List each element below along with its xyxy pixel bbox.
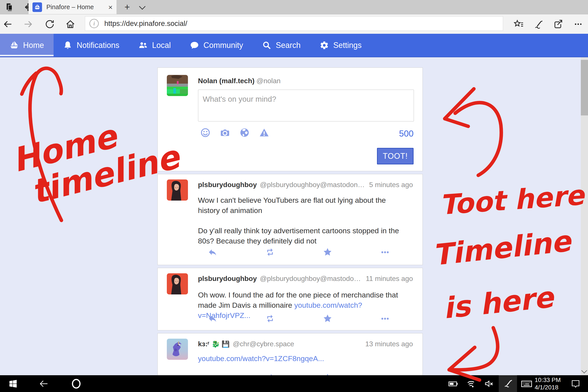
start-button[interactable] bbox=[6, 375, 20, 392]
wifi-status[interactable] bbox=[464, 375, 479, 392]
clock-date: 4/1/2018 bbox=[535, 384, 561, 391]
compose-handle: @nolan bbox=[256, 77, 280, 85]
share-button[interactable] bbox=[550, 14, 566, 34]
compose-input[interactable] bbox=[198, 90, 414, 122]
set-tabs-aside-icon bbox=[4, 2, 14, 12]
post-handle[interactable]: @chr@cybre.space bbox=[233, 340, 362, 348]
wifi-icon bbox=[466, 379, 476, 389]
compose-card: Nolan (malf.tech) @nolan 500 TOOT! bbox=[158, 68, 423, 171]
set-tabs-aside-button[interactable] bbox=[0, 0, 19, 14]
gear-icon bbox=[320, 41, 329, 50]
post-timestamp[interactable]: 11 minutes ago bbox=[366, 274, 413, 283]
address-bar[interactable]: i https://dev.pinafore.social/ bbox=[85, 16, 503, 31]
nav-label-home: Home bbox=[23, 41, 44, 50]
url-text[interactable]: https://dev.pinafore.social/ bbox=[104, 20, 187, 28]
more-options-icon[interactable] bbox=[380, 373, 390, 375]
action-center-button[interactable] bbox=[568, 375, 583, 392]
post-timestamp[interactable]: 13 minutes ago bbox=[365, 340, 413, 348]
post-timestamp[interactable]: 5 minutes ago bbox=[369, 181, 413, 189]
post-header: kз:ʳ 🐉 💾 @chr@cybre.space 13 minutes ago bbox=[198, 340, 413, 348]
favorite-star-icon[interactable] bbox=[323, 373, 332, 375]
post[interactable]: plsburydoughboy @plsburydoughboy@mastodo… bbox=[158, 174, 423, 265]
forward-arrow-icon bbox=[23, 19, 33, 29]
nav-label-local: Local bbox=[152, 41, 171, 50]
home-button[interactable] bbox=[63, 14, 78, 34]
avatar[interactable] bbox=[167, 75, 188, 96]
sailboat-icon bbox=[10, 41, 19, 50]
boost-icon[interactable] bbox=[265, 314, 275, 324]
refresh-button[interactable] bbox=[42, 14, 57, 34]
new-tab-button[interactable]: + bbox=[120, 0, 134, 14]
taskbar-back-button[interactable] bbox=[36, 375, 51, 392]
reply-icon[interactable] bbox=[208, 314, 217, 324]
nav-item-settings[interactable]: Settings bbox=[310, 34, 371, 57]
browser-toolbar: i https://dev.pinafore.social/ bbox=[0, 14, 588, 34]
char-count: 500 bbox=[399, 129, 414, 138]
cortana-button[interactable] bbox=[68, 375, 84, 392]
nav-label-community: Community bbox=[204, 41, 243, 50]
volume-status[interactable] bbox=[482, 375, 497, 392]
people-icon bbox=[138, 41, 148, 50]
more-options-icon[interactable] bbox=[380, 314, 390, 324]
search-icon bbox=[262, 41, 271, 50]
share-icon bbox=[553, 19, 564, 30]
web-note-button[interactable] bbox=[531, 14, 546, 34]
reply-icon[interactable] bbox=[208, 373, 217, 375]
tab-preview-toggle[interactable] bbox=[134, 0, 148, 14]
post-display-name[interactable]: plsburydoughboy bbox=[198, 274, 257, 283]
post-handle[interactable]: @plsburydoughboy@mastodon.so... bbox=[260, 181, 365, 189]
touch-keyboard-button[interactable] bbox=[518, 375, 535, 392]
post-link[interactable]: youtube.com/watch?v=1ZCF8ngqeA... bbox=[198, 354, 324, 362]
boost-icon[interactable] bbox=[265, 248, 275, 257]
pen-icon bbox=[503, 378, 513, 389]
cortana-circle-icon bbox=[71, 378, 82, 389]
favorites-hub-button[interactable] bbox=[511, 14, 526, 34]
scrollbar-thumb[interactable] bbox=[581, 60, 588, 116]
site-info-icon[interactable]: i bbox=[90, 19, 99, 28]
nav-item-community[interactable]: Community bbox=[180, 34, 252, 57]
taskbar-clock[interactable]: 10:33 PM 4/1/2018 bbox=[535, 375, 561, 392]
settings-more-button[interactable] bbox=[570, 14, 586, 34]
reply-icon[interactable] bbox=[208, 248, 217, 257]
post[interactable]: kз:ʳ 🐉 💾 @chr@cybre.space 13 minutes ago… bbox=[158, 333, 423, 375]
content-warning-icon[interactable] bbox=[259, 128, 269, 138]
nav-label-settings: Settings bbox=[333, 41, 362, 50]
pen-settings-button[interactable] bbox=[499, 375, 517, 392]
browser-tab-strip: Pinafore – Home × + bbox=[0, 0, 588, 14]
favorite-star-icon[interactable] bbox=[323, 314, 332, 324]
avatar[interactable] bbox=[167, 339, 188, 360]
close-tab-icon[interactable]: × bbox=[108, 4, 112, 11]
back-button[interactable] bbox=[0, 14, 15, 34]
nav-item-search[interactable]: Search bbox=[252, 34, 310, 57]
favorite-star-icon[interactable] bbox=[323, 248, 332, 257]
post-display-name[interactable]: kз:ʳ bbox=[198, 340, 209, 348]
pinafore-nav-bar: Home Notifications Local Community Searc… bbox=[0, 34, 588, 57]
globe-icon[interactable] bbox=[240, 128, 250, 138]
scroll-down-arrow-icon[interactable] bbox=[581, 368, 587, 374]
more-options-icon[interactable] bbox=[380, 248, 390, 257]
nav-item-home[interactable]: Home bbox=[0, 34, 54, 57]
nav-label-search: Search bbox=[276, 41, 300, 50]
avatar[interactable] bbox=[167, 180, 188, 200]
windows-logo-icon bbox=[8, 379, 18, 388]
post-handle[interactable]: @plsburydoughboy@mastodon.s... bbox=[260, 274, 362, 283]
nav-item-notifications[interactable]: Notifications bbox=[54, 34, 129, 57]
post-display-name[interactable]: plsburydoughboy bbox=[198, 181, 257, 189]
boost-icon[interactable] bbox=[265, 373, 275, 375]
action-center-icon bbox=[570, 379, 580, 389]
post-action-bar bbox=[184, 373, 414, 375]
post-paragraph: Wow I can't believe YouTubers are flat o… bbox=[198, 195, 410, 216]
avatar[interactable] bbox=[167, 273, 188, 294]
browser-tab[interactable]: Pinafore – Home × bbox=[28, 0, 116, 14]
scrollbar[interactable] bbox=[581, 57, 588, 375]
toot-button[interactable]: TOOT! bbox=[377, 148, 414, 164]
back-arrow-icon bbox=[2, 19, 13, 29]
post[interactable]: plsburydoughboy @plsburydoughboy@mastodo… bbox=[158, 268, 423, 330]
battery-status[interactable] bbox=[446, 375, 460, 392]
emoji-smiley-icon[interactable] bbox=[200, 128, 210, 138]
camera-icon[interactable] bbox=[220, 128, 230, 138]
clock-time: 10:33 PM bbox=[535, 376, 561, 384]
forward-button[interactable] bbox=[21, 14, 36, 34]
nav-item-local[interactable]: Local bbox=[129, 34, 180, 57]
post-action-bar bbox=[184, 314, 414, 324]
